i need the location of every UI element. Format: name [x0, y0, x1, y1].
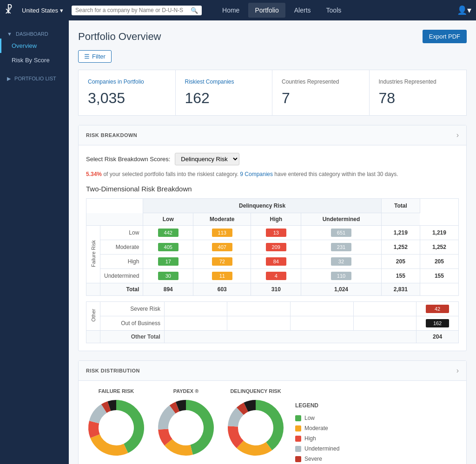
- nav-home[interactable]: Home: [216, 3, 246, 18]
- search-icon: 🔍: [191, 7, 198, 14]
- sidebar-section-dashboard[interactable]: ▼ Dashboard: [0, 27, 69, 39]
- risk-cell-value: 407: [212, 243, 232, 251]
- donut-svg: [86, 398, 146, 458]
- kpi-row: Companies in Portfolio 3,035 Riskiest Co…: [78, 70, 467, 116]
- search-bar: 🔍: [72, 6, 202, 15]
- legend-item: High: [295, 435, 345, 442]
- export-pdf-button[interactable]: Export PDF: [423, 30, 467, 43]
- risk-breakdown-expand[interactable]: ›: [456, 131, 459, 139]
- risk-cell-value: 30: [158, 272, 178, 280]
- risk-cell-value: 405: [158, 243, 178, 251]
- risk-distribution-title: RISK DISTRIBUTION: [86, 368, 140, 373]
- risk-breakdown-body: Select Risk Breakdown Scores: Delinquenc…: [79, 145, 466, 351]
- sidebar-section-portfolio-list[interactable]: ▶ Portfolio List: [0, 72, 69, 84]
- nav-tools[interactable]: Tools: [320, 3, 348, 18]
- risk-cell-value: 32: [331, 257, 351, 266]
- nav-portfolio[interactable]: Portfolio: [248, 3, 285, 18]
- user-menu[interactable]: 👤▾: [457, 5, 471, 15]
- legend-color-swatch: [295, 446, 301, 452]
- risk-table-container: Delinquency Risk Total Low Moderate High…: [86, 198, 459, 296]
- other-cell-value: 42: [426, 305, 449, 313]
- total-low: 894: [143, 283, 193, 296]
- legend-section: LEGENDLowModerateHighUndeterminedSevereO…: [295, 388, 345, 464]
- other-row-header: Other: [91, 309, 96, 322]
- risk-cell-value: 231: [331, 243, 351, 251]
- other-total-label: Other Total: [100, 331, 165, 343]
- filter-icon: ☰: [84, 53, 90, 60]
- risk-cell-value: 110: [331, 272, 351, 280]
- risk-select-row: Select Risk Breakdown Scores: Delinquenc…: [86, 153, 459, 165]
- kpi-industries: Industries Represented 78: [370, 70, 467, 115]
- kpi-value-industries: 78: [379, 90, 457, 107]
- distribution-body: FAILURE RISKPAYDEX ®DELINQUENCY RISKLEGE…: [79, 381, 466, 464]
- donut-title: PAYDEX ®: [173, 388, 199, 394]
- risk-breakdown-header: RISK BREAKDOWN ›: [79, 125, 466, 145]
- risk-breakdown-title: RISK BREAKDOWN: [86, 132, 137, 138]
- risk-companies-link[interactable]: 9 Companies: [240, 171, 273, 177]
- risk-info-text: 5.34% of your selected portfolio falls i…: [86, 171, 459, 177]
- region-selector[interactable]: United States ▾: [18, 5, 67, 16]
- col-low: Low: [143, 213, 193, 226]
- other-table: OtherSevere Risk42Out of Business162 Oth…: [86, 301, 459, 343]
- logo-icon: ☧: [5, 4, 13, 16]
- risk-table: Delinquency Risk Total Low Moderate High…: [86, 198, 459, 296]
- risk-type-select[interactable]: Delinquency Risk Failure Risk Paydex: [175, 153, 239, 165]
- donut-svg: [156, 398, 216, 458]
- chevron-right-icon: ▶: [7, 76, 11, 81]
- risk-cell-value: 442: [158, 229, 178, 237]
- legend-label: Severe: [304, 456, 322, 462]
- risk-cell-value: 72: [212, 257, 232, 266]
- col-moderate: Moderate: [193, 213, 251, 226]
- page-header: Portfolio Overview Export PDF: [78, 30, 467, 43]
- risk-cell-value: 113: [212, 229, 232, 237]
- risk-cell-value: 17: [158, 257, 178, 266]
- risk-cell-value: 84: [266, 257, 286, 266]
- sidebar-item-risk-by-score[interactable]: Risk By Score: [0, 53, 69, 67]
- risk-select-label: Select Risk Breakdown Scores:: [86, 156, 170, 163]
- kpi-riskiest-companies: Riskiest Companies 162: [176, 70, 273, 115]
- kpi-value-riskiest: 162: [185, 90, 263, 107]
- total-undetermined: 1,024: [301, 283, 382, 296]
- main-content: Portfolio Overview Export PDF ☰ Filter C…: [69, 20, 476, 464]
- breakdown-subtitle: Two-Dimensional Risk Breakdown: [86, 185, 459, 193]
- sidebar: ▼ Dashboard Overview Risk By Score ▶ Por…: [0, 20, 69, 464]
- nav-links: Home Portfolio Alerts Tools: [216, 3, 348, 18]
- col-group-header: Delinquency Risk: [143, 199, 381, 213]
- other-cell-value: 162: [426, 319, 449, 327]
- legend-item: Undetermined: [295, 445, 345, 452]
- filter-button[interactable]: ☰ Filter: [78, 50, 112, 63]
- legend-item: Moderate: [295, 425, 345, 431]
- legend-color-swatch: [295, 456, 301, 462]
- risk-pct: 5.34%: [86, 171, 102, 177]
- grand-total: 2,831: [381, 283, 420, 296]
- risk-cell-value: 13: [266, 229, 286, 237]
- risk-cell-value: 11: [212, 272, 232, 280]
- top-nav: ☧ United States ▾ 🔍 Home Portfolio Alert…: [0, 0, 476, 20]
- kpi-companies-portfolio: Companies in Portfolio 3,035: [79, 70, 176, 115]
- legend-color-swatch: [295, 436, 301, 442]
- risk-cell-value: 209: [266, 243, 286, 251]
- risk-distribution-expand[interactable]: ›: [456, 366, 459, 375]
- donut-chart-section: FAILURE RISK: [86, 388, 146, 464]
- risk-distribution-header: RISK DISTRIBUTION ›: [79, 361, 466, 381]
- donut-segment: [90, 434, 128, 456]
- nav-alerts[interactable]: Alerts: [288, 3, 317, 18]
- col-undetermined: Undetermined: [301, 213, 382, 226]
- region-label: United States: [22, 7, 58, 14]
- kpi-countries: Countries Represented 7: [272, 70, 370, 115]
- risk-distribution-section: RISK DISTRIBUTION › FAILURE RISKPAYDEX ®…: [78, 360, 467, 464]
- legend-color-swatch: [295, 415, 301, 421]
- col-high: High: [251, 213, 301, 226]
- legend-label: Moderate: [304, 425, 328, 431]
- legend-label: Undetermined: [304, 445, 339, 452]
- search-input[interactable]: [75, 7, 191, 13]
- kpi-label-countries: Countries Represented: [282, 78, 360, 85]
- other-total-value: 204: [416, 331, 459, 343]
- sidebar-item-overview[interactable]: Overview: [0, 39, 69, 53]
- total-header: Total: [381, 199, 420, 213]
- legend-label: Low: [304, 415, 315, 421]
- legend-label: High: [304, 435, 316, 442]
- page-title: Portfolio Overview: [78, 31, 161, 43]
- donut-svg: [225, 398, 286, 458]
- legend-title: LEGEND: [295, 402, 345, 409]
